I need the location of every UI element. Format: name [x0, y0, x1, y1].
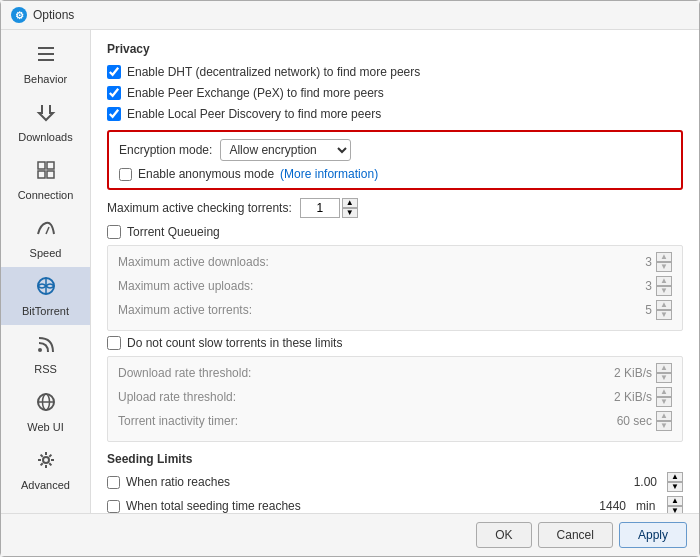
seeding-time-value: 1440 — [599, 499, 626, 513]
anonymous-mode-label: Enable anonymous mode — [138, 167, 274, 181]
inactivity-up[interactable]: ▲ — [656, 411, 672, 421]
max-torrents-spinner: ▲ ▼ — [656, 300, 672, 320]
slow-torrents-row: Do not count slow torrents in these limi… — [107, 335, 683, 351]
max-downloads-down[interactable]: ▼ — [656, 262, 672, 272]
max-checking-input[interactable] — [300, 198, 340, 218]
inactivity-value: 60 sec — [617, 414, 652, 428]
rss-icon — [35, 333, 57, 360]
sidebar-label-advanced: Advanced — [21, 479, 70, 491]
seeding-ratio-up[interactable]: ▲ — [667, 472, 683, 482]
cancel-button[interactable]: Cancel — [538, 522, 613, 548]
max-torrents-up[interactable]: ▲ — [656, 300, 672, 310]
max-uploads-row: Maximum active uploads: 3 ▲ ▼ — [118, 276, 672, 296]
max-checking-spinner-buttons: ▲ ▼ — [342, 198, 358, 218]
app-icon: ⚙ — [11, 7, 27, 23]
max-uploads-down[interactable]: ▼ — [656, 286, 672, 296]
max-torrents-row: Maximum active torrents: 5 ▲ ▼ — [118, 300, 672, 320]
seeding-ratio-row: When ratio reaches 1.00 ▲ ▼ — [107, 472, 683, 492]
max-checking-up[interactable]: ▲ — [342, 198, 358, 208]
sidebar-label-behavior: Behavior — [24, 73, 67, 85]
sidebar-item-rss[interactable]: RSS — [1, 325, 90, 383]
seeding-time-checkbox[interactable] — [107, 500, 120, 513]
max-torrents-down[interactable]: ▼ — [656, 310, 672, 320]
torrent-queueing-checkbox[interactable] — [107, 225, 121, 239]
upload-rate-spinner: ▲ ▼ — [656, 387, 672, 407]
upload-rate-up[interactable]: ▲ — [656, 387, 672, 397]
sidebar-label-bittorrent: BitTorrent — [22, 305, 69, 317]
title-bar: ⚙ Options — [1, 1, 699, 30]
svg-line-7 — [46, 227, 49, 234]
sidebar-item-behavior[interactable]: Behavior — [1, 35, 90, 93]
encryption-mode-row: Encryption mode: Allow encryption Requir… — [119, 139, 671, 161]
sidebar-item-downloads[interactable]: Downloads — [1, 93, 90, 151]
anonymous-mode-row: Enable anonymous mode (More information) — [119, 167, 671, 181]
slow-torrents-label: Do not count slow torrents in these limi… — [127, 336, 342, 350]
sidebar-label-downloads: Downloads — [18, 131, 72, 143]
svg-point-10 — [38, 348, 42, 352]
connection-icon — [35, 159, 57, 186]
anonymous-mode-checkbox[interactable] — [119, 168, 132, 181]
max-uploads-spinner: ▲ ▼ — [656, 276, 672, 296]
seeding-ratio-down[interactable]: ▼ — [667, 482, 683, 492]
local-discovery-checkbox[interactable] — [107, 107, 121, 121]
svg-rect-3 — [38, 162, 45, 169]
encryption-mode-select[interactable]: Allow encryption Require encryption Disa… — [220, 139, 351, 161]
seeding-time-down[interactable]: ▼ — [667, 506, 683, 513]
dht-checkbox[interactable] — [107, 65, 121, 79]
rate-thresholds-section: Download rate threshold: 2 KiB/s ▲ ▼ Upl… — [107, 356, 683, 442]
local-discovery-row: Enable Local Peer Discovery to find more… — [107, 106, 683, 122]
svg-rect-6 — [47, 171, 54, 178]
sidebar-item-connection[interactable]: Connection — [1, 151, 90, 209]
slow-torrents-checkbox[interactable] — [107, 336, 121, 350]
max-torrents-label: Maximum active torrents: — [118, 303, 645, 317]
max-downloads-up[interactable]: ▲ — [656, 252, 672, 262]
dht-row: Enable DHT (decentralized network) to fi… — [107, 64, 683, 80]
svg-point-14 — [43, 457, 49, 463]
svg-rect-5 — [38, 171, 45, 178]
content-area: Privacy Enable DHT (decentralized networ… — [91, 30, 699, 513]
max-checking-label: Maximum active checking torrents: — [107, 201, 292, 215]
inactivity-label: Torrent inactivity timer: — [118, 414, 617, 428]
pex-checkbox[interactable] — [107, 86, 121, 100]
pex-row: Enable Peer Exchange (PeX) to find more … — [107, 85, 683, 101]
behavior-icon — [35, 43, 57, 70]
max-uploads-label: Maximum active uploads: — [118, 279, 645, 293]
seeding-time-up[interactable]: ▲ — [667, 496, 683, 506]
seeding-time-unit: min — [636, 499, 661, 513]
ok-button[interactable]: OK — [476, 522, 531, 548]
max-torrents-value: 5 — [645, 303, 652, 317]
download-rate-up[interactable]: ▲ — [656, 363, 672, 373]
seeding-time-label: When total seeding time reaches — [126, 499, 593, 513]
inactivity-spinner: ▲ ▼ — [656, 411, 672, 431]
max-checking-spinner: ▲ ▼ — [300, 198, 358, 218]
privacy-title: Privacy — [107, 42, 683, 56]
privacy-section: Privacy Enable DHT (decentralized networ… — [107, 42, 683, 122]
inactivity-row: Torrent inactivity timer: 60 sec ▲ ▼ — [118, 411, 672, 431]
sidebar: Behavior Downloads — [1, 30, 91, 513]
upload-rate-down[interactable]: ▼ — [656, 397, 672, 407]
download-rate-down[interactable]: ▼ — [656, 373, 672, 383]
sidebar-item-speed[interactable]: Speed — [1, 209, 90, 267]
advanced-icon — [35, 449, 57, 476]
seeding-time-spinner: ▲ ▼ — [667, 496, 683, 513]
queue-sub-section: Maximum active downloads: 3 ▲ ▼ Maximum … — [107, 245, 683, 331]
apply-button[interactable]: Apply — [619, 522, 687, 548]
encryption-box: Encryption mode: Allow encryption Requir… — [107, 130, 683, 190]
webui-icon — [35, 391, 57, 418]
upload-rate-row: Upload rate threshold: 2 KiB/s ▲ ▼ — [118, 387, 672, 407]
bottom-bar: OK Cancel Apply — [1, 513, 699, 556]
max-checking-down[interactable]: ▼ — [342, 208, 358, 218]
sidebar-item-bittorrent[interactable]: BitTorrent — [1, 267, 90, 325]
max-checking-row: Maximum active checking torrents: ▲ ▼ — [107, 198, 683, 218]
download-rate-row: Download rate threshold: 2 KiB/s ▲ ▼ — [118, 363, 672, 383]
inactivity-down[interactable]: ▼ — [656, 421, 672, 431]
encryption-mode-label: Encryption mode: — [119, 143, 212, 157]
upload-rate-label: Upload rate threshold: — [118, 390, 614, 404]
max-uploads-up[interactable]: ▲ — [656, 276, 672, 286]
seeding-ratio-checkbox[interactable] — [107, 476, 120, 489]
speed-icon — [35, 217, 57, 244]
sidebar-item-webui[interactable]: Web UI — [1, 383, 90, 441]
more-info-link[interactable]: (More information) — [280, 167, 378, 181]
main-content: Behavior Downloads — [1, 30, 699, 513]
sidebar-item-advanced[interactable]: Advanced — [1, 441, 90, 499]
